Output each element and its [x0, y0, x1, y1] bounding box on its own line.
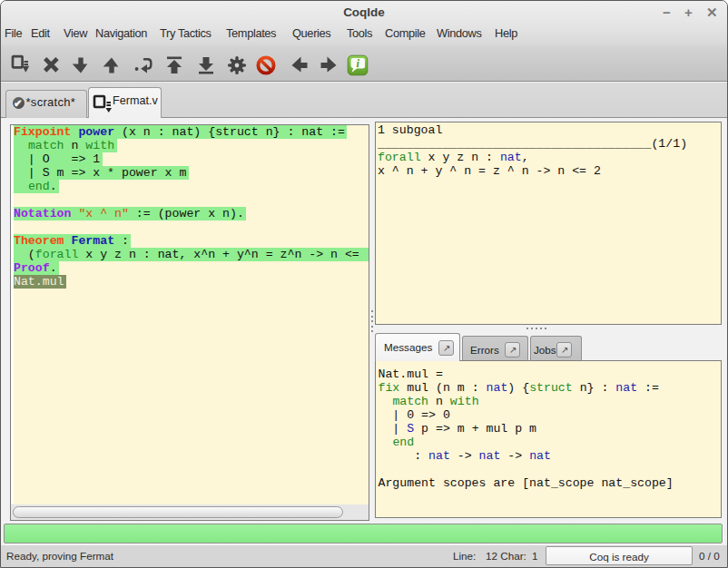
svg-text:i: i — [357, 57, 360, 70]
